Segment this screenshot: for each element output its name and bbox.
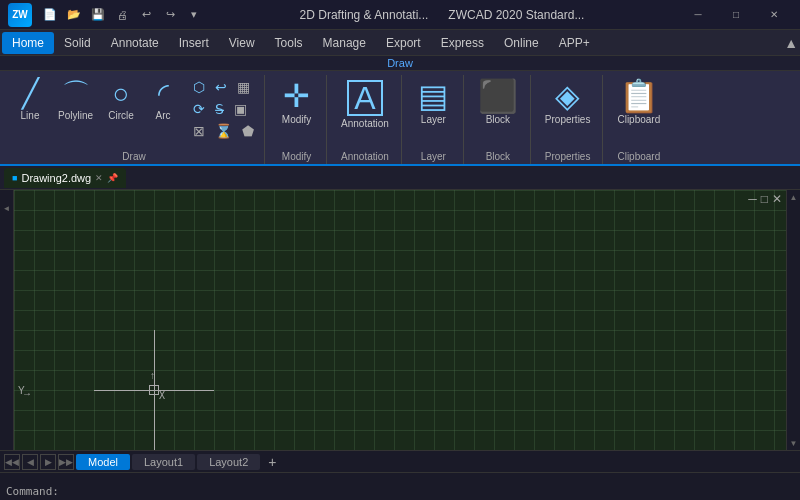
layer-group-label: Layer	[421, 151, 446, 164]
polyline-label: Polyline	[58, 110, 93, 121]
ribbon-group-draw: ╱ Line ⌒ Polyline ○ Circle ◜ Arc	[4, 75, 265, 164]
layout-tab-layout2[interactable]: Layout2	[197, 454, 260, 470]
ribbon-content: ╱ Line ⌒ Polyline ○ Circle ◜ Arc	[0, 71, 800, 164]
annotation-label: Annotation	[341, 118, 389, 129]
modify-tool[interactable]: ✛ Modify	[276, 77, 317, 128]
ribbon: Draw ╱ Line ⌒ Polyline ○ Circle ◜	[0, 56, 800, 166]
properties-tools: ◈ Properties	[539, 77, 597, 151]
menu-insert[interactable]: Insert	[169, 32, 219, 54]
modify-group-label: Modify	[282, 151, 311, 164]
clipboard-label: Clipboard	[617, 114, 660, 125]
block-tool[interactable]: ⬛ Block	[472, 77, 524, 128]
modify-icon: ✛	[283, 80, 310, 112]
layout-nav-next[interactable]: ▶	[40, 454, 56, 470]
canvas-restore-btn[interactable]: □	[761, 192, 768, 206]
draw-extra-8[interactable]: ⌛	[211, 121, 236, 141]
menu-solid[interactable]: Solid	[54, 32, 101, 54]
canvas-area[interactable]: ─ □ ✕ Y X → ↑	[14, 190, 786, 450]
circle-tool[interactable]: ○ Circle	[101, 77, 141, 124]
menu-view[interactable]: View	[219, 32, 265, 54]
redo-btn[interactable]: ↪	[160, 5, 180, 25]
arc-label: Arc	[156, 110, 171, 121]
circle-icon: ○	[113, 80, 130, 108]
arc-tool[interactable]: ◜ Arc	[143, 77, 183, 124]
layer-tools: ▤ Layer	[412, 77, 454, 151]
line-tool[interactable]: ╱ Line	[10, 77, 50, 124]
command-output: Command:	[0, 473, 800, 500]
x-axis-label: X	[159, 390, 165, 401]
layer-tool[interactable]: ▤ Layer	[412, 77, 454, 128]
draw-extra-3[interactable]: ▦	[233, 77, 254, 97]
draw-extra-5[interactable]: S̶	[211, 99, 228, 119]
file-tab-close[interactable]: ✕	[95, 173, 103, 183]
layer-icon: ▤	[418, 80, 448, 112]
block-group-label: Block	[486, 151, 510, 164]
file-tab-name: Drawing2.dwg	[21, 172, 91, 184]
modify-label: Modify	[282, 114, 311, 125]
canvas-grid	[14, 190, 786, 450]
menu-app-plus[interactable]: APP+	[549, 32, 600, 54]
print-btn[interactable]: 🖨	[112, 5, 132, 25]
layout-tab-layout1[interactable]: Layout1	[132, 454, 195, 470]
new-btn[interactable]: 📄	[40, 5, 60, 25]
scroll-down-btn[interactable]: ▼	[787, 436, 801, 450]
draw-extra-1[interactable]: ⬡	[189, 77, 209, 97]
draw-extra-7[interactable]: ⊠	[189, 121, 209, 141]
annotation-group-label: Annotation	[341, 151, 389, 164]
block-icon: ⬛	[478, 80, 518, 112]
menu-bar: Home Solid Annotate Insert View Tools Ma…	[0, 30, 800, 56]
draw-extra-4[interactable]: ⟳	[189, 99, 209, 119]
properties-label: Properties	[545, 114, 591, 125]
menu-home[interactable]: Home	[2, 32, 54, 54]
draw-extra-6[interactable]: ▣	[230, 99, 251, 119]
draw-section-label: Draw	[0, 56, 800, 71]
minimize-btn[interactable]: ─	[680, 3, 716, 27]
left-sidebar: ◄	[0, 190, 14, 450]
ribbon-group-annotation: A Annotation Annotation	[329, 75, 402, 164]
properties-tool[interactable]: ◈ Properties	[539, 77, 597, 128]
maximize-btn[interactable]: □	[718, 3, 754, 27]
block-label: Block	[486, 114, 510, 125]
file-tab-drawing2[interactable]: ■ Drawing2.dwg ✕ 📌	[4, 168, 126, 188]
canvas-close-btn[interactable]: ✕	[772, 192, 782, 206]
annotation-icon: A	[347, 80, 383, 116]
open-btn[interactable]: 📂	[64, 5, 84, 25]
undo-btn[interactable]: ↩	[136, 5, 156, 25]
layout-nav-last[interactable]: ▶▶	[58, 454, 74, 470]
arc-icon: ◜	[158, 80, 169, 108]
menu-manage[interactable]: Manage	[313, 32, 376, 54]
ribbon-collapse-btn[interactable]: ▲	[784, 35, 798, 51]
scroll-up-btn[interactable]: ▲	[787, 190, 801, 204]
menu-annotate[interactable]: Annotate	[101, 32, 169, 54]
canvas-minimize-btn[interactable]: ─	[748, 192, 757, 206]
menu-export[interactable]: Export	[376, 32, 431, 54]
sidebar-label: ◄	[2, 204, 11, 213]
menu-online[interactable]: Online	[494, 32, 549, 54]
save-btn[interactable]: 💾	[88, 5, 108, 25]
qa-more-btn[interactable]: ▾	[184, 5, 204, 25]
y-arrow: ↑	[150, 370, 155, 381]
layout-tab-model[interactable]: Model	[76, 454, 130, 470]
layout-add-btn[interactable]: +	[262, 452, 282, 472]
menu-tools[interactable]: Tools	[265, 32, 313, 54]
workspace-title: 2D Drafting & Annotati... ZWCAD 2020 Sta…	[212, 8, 672, 22]
menu-express[interactable]: Express	[431, 32, 494, 54]
draw-extra-9[interactable]: ⬟	[238, 121, 258, 141]
canvas-window-controls: ─ □ ✕	[748, 192, 782, 206]
draw-group-label: Draw	[122, 151, 145, 164]
ribbon-group-modify: ✛ Modify Modify	[267, 75, 327, 164]
main-area: ◄ ─ □ ✕ Y X → ↑ ▲ ▼	[0, 190, 800, 450]
close-btn[interactable]: ✕	[756, 3, 792, 27]
layout-nav-first[interactable]: ◀◀	[4, 454, 20, 470]
polyline-tool[interactable]: ⌒ Polyline	[52, 77, 99, 124]
ribbon-group-clipboard: 📋 Clipboard Clipboard	[605, 75, 672, 164]
draw-extra-2[interactable]: ↩	[211, 77, 231, 97]
right-scrollbar: ▲ ▼	[786, 190, 800, 450]
clipboard-tool[interactable]: 📋 Clipboard	[611, 77, 666, 128]
line-label: Line	[21, 110, 40, 121]
annotation-tool[interactable]: A Annotation	[335, 77, 395, 132]
app-logo: ZW	[8, 3, 32, 27]
layout-nav-prev[interactable]: ◀	[22, 454, 38, 470]
file-tab-pin: 📌	[107, 173, 118, 183]
file-tabs: ■ Drawing2.dwg ✕ 📌	[0, 166, 800, 190]
